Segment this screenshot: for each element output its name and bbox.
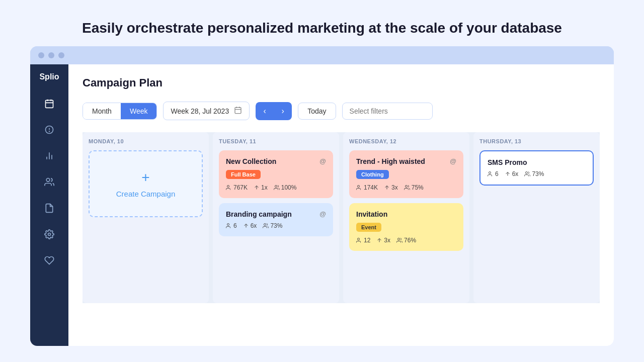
filter-input[interactable] (342, 103, 433, 120)
stat-sends-sms-promo: 6x (505, 170, 519, 177)
svg-point-18 (275, 186, 277, 188)
page-title: Campaign Plan (83, 76, 600, 89)
at-icon-new-collection: @ (319, 157, 326, 165)
stat-sends-branding: 6x (243, 222, 257, 229)
campaign-card-invitation[interactable]: Invitation Event 12 3x (349, 203, 463, 251)
date-display: Week 28, Jul 2023 (171, 107, 229, 115)
stat-users-invitation: 12 (356, 237, 370, 244)
browser-dot-3 (58, 52, 64, 58)
svg-point-30 (526, 172, 528, 174)
stat-sends-trend: 3x (384, 184, 398, 191)
stat-sends-new-collection: 1x (254, 184, 268, 191)
toolbar: Month Week Week 28, Jul 2023 ‹ › (83, 102, 600, 120)
svg-point-25 (358, 238, 360, 240)
campaign-card-new-collection[interactable]: New Collection @ Full Base 767K (219, 150, 333, 198)
stat-sends-invitation: 3x (376, 237, 390, 244)
stat-rate-sms-promo: 73% (524, 170, 544, 177)
at-icon-branding: @ (319, 210, 326, 218)
day-header-tuesday: TUESDAY, 11 (219, 138, 333, 144)
card-title-invitation: Invitation (356, 210, 456, 218)
card-stats-sms-promo: 6 6x 73% (488, 170, 586, 177)
svg-point-10 (46, 178, 50, 182)
prev-week-btn[interactable]: ‹ (256, 102, 274, 120)
svg-point-16 (227, 186, 229, 188)
svg-point-6 (49, 131, 50, 132)
card-title-branding: Branding campaign @ (226, 210, 326, 218)
day-header-thursday: THURSDAY, 13 (479, 138, 594, 144)
day-header-monday: MONDAY, 10 (89, 138, 203, 144)
outer-wrapper: Easily orchestrate personalized marketin… (10, 10, 634, 362)
view-toggle-group: Month Week (83, 103, 157, 120)
nav-btn-group: ‹ › (256, 102, 292, 120)
card-stats-branding: 6 6x 73% (226, 222, 326, 229)
card-stats-trend: 174K 3x 75% (356, 184, 456, 191)
svg-point-28 (489, 172, 491, 174)
main-content: Campaign Plan Month Week Week 28, Jul 20… (68, 64, 614, 346)
svg-point-27 (398, 238, 400, 240)
card-title-trend: Trend - High waisted @ (356, 157, 456, 165)
at-icon-trend: @ (450, 157, 456, 165)
date-picker[interactable]: Week 28, Jul 2023 (163, 102, 250, 120)
svg-point-11 (48, 233, 51, 236)
campaign-card-trend[interactable]: Trend - High waisted @ Clothing 174K (349, 150, 463, 198)
sidebar-item-users[interactable] (38, 171, 60, 193)
stat-rate-invitation: 76% (396, 237, 416, 244)
create-campaign-label: Create Campaign (116, 190, 176, 198)
month-toggle-btn[interactable]: Month (83, 103, 121, 119)
calendar-icon (234, 106, 242, 116)
sidebar: Splio (30, 64, 68, 346)
day-header-wednesday: WEDNESDAY, 12 (349, 138, 463, 144)
tag-clothing: Clothing (356, 170, 389, 179)
sidebar-item-analytics[interactable] (38, 145, 60, 167)
tag-full-base: Full Base (226, 170, 261, 179)
card-title-sms-promo: SMS Promo (488, 158, 586, 166)
browser-bar (30, 46, 614, 64)
today-btn[interactable]: Today (298, 103, 336, 120)
stat-users-new-collection: 767K (226, 184, 248, 191)
card-stats-invitation: 12 3x 76% (356, 237, 456, 244)
stat-rate-trend: 75% (404, 184, 424, 191)
day-column-monday: MONDAY, 10 + Create Campaign (83, 132, 209, 303)
browser-dot-1 (38, 52, 44, 58)
browser-window: Splio (30, 46, 614, 346)
card-title-new-collection: New Collection @ (226, 157, 326, 165)
svg-point-19 (227, 224, 229, 226)
create-campaign-card[interactable]: + Create Campaign (89, 150, 203, 217)
sidebar-item-calendar[interactable] (38, 93, 60, 115)
sidebar-item-favorites[interactable] (38, 249, 60, 272)
tag-event: Event (356, 223, 381, 232)
card-stats-new-collection: 767K 1x 100% (226, 184, 326, 191)
browser-dot-2 (48, 52, 54, 58)
day-column-tuesday: TUESDAY, 11 New Collection @ Full Base (213, 132, 339, 303)
svg-point-21 (264, 224, 266, 226)
sidebar-item-insights[interactable] (38, 119, 60, 141)
stat-users-sms-promo: 6 (488, 170, 499, 177)
headline: Easily orchestrate personalized marketin… (82, 20, 562, 36)
sidebar-item-settings[interactable] (38, 223, 60, 245)
stat-users-trend: 174K (356, 184, 378, 191)
campaign-card-sms-promo[interactable]: SMS Promo 6 6x (479, 150, 594, 186)
sidebar-logo: Splio (39, 72, 59, 81)
campaign-card-branding[interactable]: Branding campaign @ 6 6x (219, 203, 333, 236)
stat-rate-new-collection: 100% (274, 184, 297, 191)
svg-rect-12 (235, 108, 241, 114)
week-toggle-btn[interactable]: Week (121, 103, 157, 119)
day-column-thursday: THURSDAY, 13 SMS Promo 6 (473, 132, 600, 303)
stat-rate-branding: 73% (263, 222, 282, 229)
svg-point-22 (358, 186, 360, 188)
svg-rect-0 (46, 100, 53, 108)
calendar-grid: MONDAY, 10 + Create Campaign TUESDAY, 11… (83, 132, 600, 303)
sidebar-item-reports[interactable] (38, 197, 60, 219)
app-container: Splio (30, 64, 614, 346)
svg-point-24 (405, 186, 407, 188)
day-column-wednesday: WEDNESDAY, 12 Trend - High waisted @ Clo… (343, 132, 469, 303)
stat-users-branding: 6 (226, 222, 237, 229)
next-week-btn[interactable]: › (274, 102, 292, 120)
create-plus-icon: + (141, 169, 149, 186)
